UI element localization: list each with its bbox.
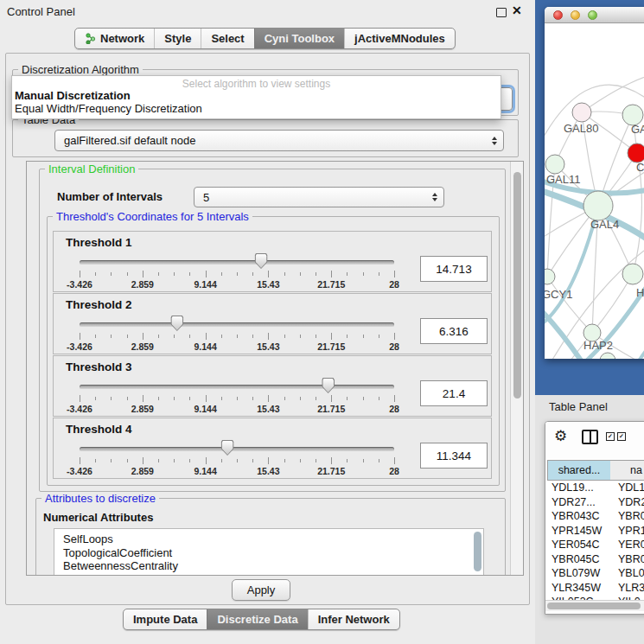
slider-tick-label: -3.426 (67, 466, 92, 476)
list-scrollbar[interactable] (474, 532, 481, 571)
group-title: Interval Definition (45, 163, 138, 175)
tab-label: jActiveMNodules (354, 32, 445, 45)
columns-icon[interactable] (582, 430, 598, 444)
stepper-icon (432, 193, 437, 201)
slider-thumb[interactable] (221, 440, 234, 456)
network-node[interactable] (583, 191, 613, 220)
network-node-label: GAL11 (546, 173, 581, 186)
numerical-attributes-list[interactable]: SelfLoopsTopologicalCoefficientBetweenne… (54, 528, 484, 576)
apply-button[interactable]: Apply (232, 579, 290, 601)
network-node[interactable] (545, 269, 555, 284)
network-window-titlebar[interactable] (545, 7, 644, 23)
table-row[interactable]: YBR045CYBR0 (545, 552, 644, 567)
table-data-selected-value: galFiltered.sif default node (64, 134, 195, 147)
list-item[interactable]: BetweennessCentrality (54, 559, 483, 573)
gear-icon[interactable]: ⚙ (554, 429, 567, 444)
slider-tick-label: 9.144 (194, 404, 216, 414)
dropdown-option[interactable]: Manual Discretization (15, 89, 498, 102)
cell-shared-name: YBR045C (545, 552, 615, 567)
slider-tick-label: -3.426 (67, 341, 92, 352)
stepper-icon (492, 137, 497, 145)
table-row[interactable]: YDL19...YDL1 (545, 481, 644, 495)
number-of-intervals-value: 5 (203, 191, 209, 204)
table-panel-window: ⚙ ✓ ✓ shared... na YDL19...YDL1YDR27...Y… (545, 421, 644, 615)
horizontal-scrollbar[interactable] (545, 600, 644, 611)
table-data-group: Table Data galFiltered.sif default node (12, 119, 519, 157)
table-row[interactable]: YDR27...YDR2 (545, 495, 644, 510)
threshold-value-input[interactable]: 11.344 (420, 443, 488, 469)
close-icon[interactable]: ✕ (512, 3, 522, 17)
table-row[interactable]: YLR345WYLR3 (545, 581, 644, 596)
cell-name: YBR0 (615, 509, 644, 524)
table-row[interactable]: YER054CYER0 (545, 538, 644, 552)
network-node[interactable] (600, 353, 615, 359)
slider-tick-label: 2.859 (131, 404, 154, 414)
threshold-value-input[interactable]: 6.316 (420, 318, 488, 344)
attributes-group: Attributes to discretize Numerical Attri… (35, 498, 506, 576)
slider-tick-label: 9.144 (194, 466, 216, 476)
network-node[interactable] (572, 103, 591, 122)
tab-cyni-toolbox[interactable]: Cyni Toolbox (254, 29, 344, 48)
thresholds-group: Threshold's Coordinates for 5 Intervals … (47, 216, 500, 486)
tab-jactivemnodules[interactable]: jActiveMNodules (344, 29, 455, 48)
threshold-value-input[interactable]: 21.4 (420, 380, 488, 406)
checkbox-icon[interactable]: ✓ (617, 432, 626, 441)
network-icon (85, 33, 96, 44)
slider-tick-label: 28 (389, 404, 399, 414)
table-row[interactable]: YPR145WYPR1 (545, 524, 644, 539)
slider-tick-label: 28 (389, 279, 399, 290)
slider-thumb[interactable] (170, 316, 183, 331)
list-item[interactable]: TopologicalCoefficient (54, 546, 483, 560)
threshold-panel: Threshold 1-3.4262.8599.14415.4321.71528… (53, 231, 492, 292)
network-node[interactable] (545, 155, 564, 174)
tab-infer-network[interactable]: Infer Network (308, 609, 399, 629)
tab-discretize-data[interactable]: Discretize Data (207, 609, 307, 629)
checkbox-icon[interactable]: ✓ (606, 432, 615, 441)
select-columns-icons[interactable]: ✓ ✓ (606, 432, 626, 441)
threshold-slider[interactable]: -3.4262.8599.14415.4321.71528 (80, 252, 394, 292)
network-canvas[interactable]: GAL80GACGAL11GAL4GCY1HHAP2 (545, 23, 644, 359)
column-header-shared-name[interactable]: shared... (547, 460, 611, 481)
network-node-label: H (636, 286, 644, 299)
table-row[interactable]: YBR043CYBR0 (545, 509, 644, 524)
threshold-value-input[interactable]: 14.713 (420, 256, 488, 282)
tab-impute-data[interactable]: Impute Data (124, 609, 207, 629)
network-node-label: C (636, 161, 644, 174)
minimize-traffic-light-icon[interactable] (571, 10, 580, 20)
network-node[interactable] (622, 264, 643, 284)
control-panel: Control Panel ✕ NetworkStyleSelectCyni T… (0, 0, 535, 644)
threshold-slider[interactable]: -3.4262.8599.14415.4321.71528 (80, 377, 394, 417)
tab-label: Discretize Data (217, 613, 297, 626)
tab-label: Select (211, 32, 244, 45)
slider-thumb[interactable] (255, 253, 268, 269)
slider-tick-label: -3.426 (67, 404, 92, 414)
tab-network[interactable]: Network (75, 29, 154, 48)
horizontal-scrollbar-thumb[interactable] (547, 603, 641, 609)
table-row[interactable]: YBL079WYBL0 (545, 566, 644, 581)
right-column: GAL80GACGAL11GAL4GCY1HHAP2 Table Panel ⚙… (535, 0, 644, 644)
slider-thumb[interactable] (322, 378, 335, 393)
slider-tick-label: 2.859 (131, 341, 154, 352)
number-of-intervals-combobox[interactable]: 5 (194, 187, 444, 207)
dropdown-option[interactable]: Equal Width/Frequency Discretization (15, 102, 498, 115)
network-node-label: HAP2 (583, 339, 613, 352)
slider-tick-label: 21.715 (317, 466, 345, 476)
slider-tick-label: 15.43 (257, 341, 279, 352)
zoom-traffic-light-icon[interactable] (588, 10, 597, 20)
column-header-name[interactable]: na (610, 460, 644, 481)
threshold-slider[interactable]: -3.4262.8599.14415.4321.71528 (80, 315, 394, 354)
close-traffic-light-icon[interactable] (553, 10, 563, 20)
float-window-icon[interactable] (496, 8, 507, 17)
slider-tick-label: 21.715 (317, 404, 345, 414)
tab-label: Cyni Toolbox (265, 32, 335, 45)
threshold-slider[interactable]: -3.4262.8599.14415.4321.71528 (80, 439, 394, 479)
pane-scrollbar[interactable] (510, 162, 524, 575)
network-node[interactable] (628, 143, 644, 163)
list-item[interactable]: SelfLoops (54, 529, 483, 546)
cell-shared-name: YDL19... (545, 481, 615, 495)
tab-style[interactable]: Style (154, 29, 201, 48)
table-data-combobox[interactable]: galFiltered.sif default node (54, 130, 504, 151)
pane-scrollbar-thumb[interactable] (513, 172, 521, 399)
tab-select[interactable]: Select (201, 29, 253, 48)
network-view-window: GAL80GACGAL11GAL4GCY1HHAP2 (545, 7, 644, 359)
